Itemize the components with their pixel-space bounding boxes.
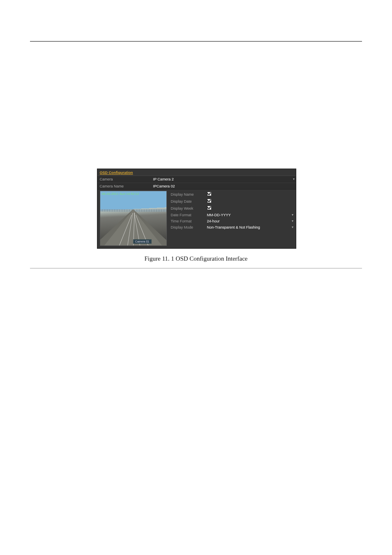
display-mode-row: Display Mode Non-Transparent & Not Flash… xyxy=(169,224,294,230)
date-format-select[interactable]: MM-DD-YYYY xyxy=(205,212,289,218)
camera-name-row: Camera Name IPCamera 02 xyxy=(97,183,296,190)
display-name-checkbox[interactable] xyxy=(207,192,212,196)
settings-panel: Display Name Display Date Display Week xyxy=(169,191,294,246)
display-date-label: Display Date xyxy=(169,199,205,204)
display-week-row: Display Week xyxy=(169,205,294,212)
chevron-down-icon[interactable]: ▾ xyxy=(289,219,294,223)
time-format-row: Time Format 24-hour ▾ xyxy=(169,218,294,224)
time-format-select[interactable]: 24-hour xyxy=(205,218,289,224)
figure-wrap: OSD Configuration Camera IP Camera 2 ▾ C… xyxy=(97,169,295,262)
display-mode-label: Display Mode xyxy=(169,224,205,230)
display-week-checkbox[interactable] xyxy=(207,206,212,210)
osd-config-window: OSD Configuration Camera IP Camera 2 ▾ C… xyxy=(97,169,296,249)
camera-preview[interactable]: 06-20-2011 Sun 14:52:12 Camera 01 xyxy=(100,191,167,246)
footer-rule xyxy=(30,268,362,268)
page: OSD Configuration Camera IP Camera 2 ▾ C… xyxy=(0,41,392,268)
figure-caption: Figure 11. 1 OSD Configuration Interface xyxy=(97,255,295,262)
date-format-row: Date Format MM-DD-YYYY ▾ xyxy=(169,212,294,218)
time-format-label: Time Format xyxy=(169,218,205,224)
preview-timestamp-overlay[interactable]: 06-20-2011 Sun 14:52:12 xyxy=(102,192,139,196)
display-week-label: Display Week xyxy=(169,206,205,211)
display-mode-select[interactable]: Non-Transparent & Not Flashing xyxy=(205,224,289,230)
camera-name-input[interactable]: IPCamera 02 xyxy=(151,183,291,189)
display-name-row: Display Name xyxy=(169,191,294,198)
display-date-checkbox[interactable] xyxy=(207,199,212,203)
preview-camera-name-overlay[interactable]: Camera 01 xyxy=(133,239,152,244)
body: 06-20-2011 Sun 14:52:12 Camera 01 Displa… xyxy=(97,190,296,248)
camera-name-label: Camera Name xyxy=(97,183,151,189)
date-format-label: Date Format xyxy=(169,212,205,218)
chevron-down-icon[interactable]: ▾ xyxy=(289,213,294,217)
chevron-down-icon[interactable]: ▾ xyxy=(291,177,296,181)
camera-label: Camera xyxy=(97,176,151,182)
display-date-row: Display Date xyxy=(169,198,294,205)
chevron-down-icon[interactable]: ▾ xyxy=(289,225,294,229)
display-name-label: Display Name xyxy=(169,192,205,197)
window-title: OSD Configuration xyxy=(97,169,296,176)
camera-row: Camera IP Camera 2 ▾ xyxy=(97,176,296,183)
camera-select-value[interactable]: IP Camera 2 xyxy=(151,176,291,182)
header-rule xyxy=(30,41,362,42)
